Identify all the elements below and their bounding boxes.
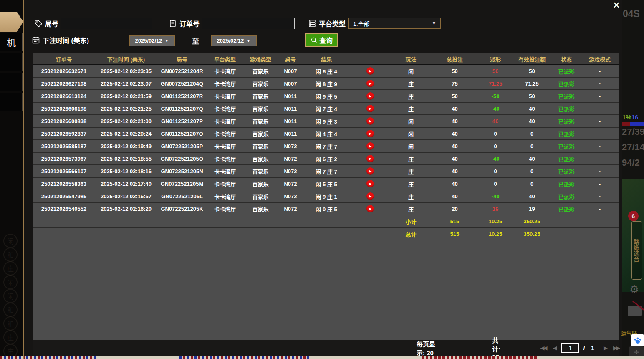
cell-game-mode: - xyxy=(581,127,619,140)
ghost-roadmap-bead: 庄 xyxy=(3,261,18,276)
gear-icon[interactable]: ⚙ xyxy=(629,283,639,296)
cell-replay: ▶ xyxy=(349,77,391,90)
subtotal-spacer xyxy=(207,215,243,228)
cell-game-mode: - xyxy=(581,77,619,90)
cell-status: 已派彩 xyxy=(552,115,581,127)
cell-status: 已派彩 xyxy=(552,127,581,140)
cell-total-bet: 40 xyxy=(431,152,479,165)
cell-status: 已派彩 xyxy=(552,77,581,90)
replay-play-icon[interactable]: ▶ xyxy=(366,192,374,200)
cell-round-number: GN0072521204R xyxy=(157,65,207,77)
banker-percent: 16 xyxy=(631,114,639,121)
cell-replay: ▶ xyxy=(349,140,391,152)
prev-page-icon[interactable]: ◀ xyxy=(553,345,556,351)
replay-play-icon[interactable]: ▶ xyxy=(366,180,374,187)
cell-result: 闲 4 庄 4 xyxy=(303,127,349,140)
cell-result: 闲 8 庄 9 xyxy=(303,77,349,90)
cell-result: 闲 7 庄 4 xyxy=(303,102,349,115)
cell-bet-time: 2025-02-12 02:16:57 xyxy=(95,190,157,202)
cell-payout: 0 xyxy=(479,127,512,140)
column-header-9: 总投注 xyxy=(431,53,479,65)
order-filter-label: 订单号 xyxy=(179,18,200,28)
sidebar-tab-active[interactable] xyxy=(0,12,23,32)
cell-order-number: 250212026613124 xyxy=(33,90,95,102)
close-icon[interactable]: ✕ xyxy=(610,0,623,11)
cell-status: 已派彩 xyxy=(552,90,581,102)
subtotal-row: 小计51510.25350.25 xyxy=(33,215,619,228)
first-page-icon[interactable]: ◀◀ xyxy=(540,345,546,351)
total-spacer xyxy=(207,228,243,240)
replay-play-icon[interactable]: ▶ xyxy=(366,167,374,175)
bet-time-filter-group: 下注时间 (美东) xyxy=(32,35,89,45)
cell-valid-bet: 0 xyxy=(512,165,552,177)
cell-game-mode: - xyxy=(581,165,619,177)
cell-platform: 卡卡湾厅 xyxy=(207,65,243,77)
subtotal-spacer xyxy=(157,215,207,228)
paw-app-icon[interactable] xyxy=(631,334,644,346)
bet-history-table: 订单号下注时间 (美东)局号平台类型游戏类型桌号结果玩法总投注派彩有效投注额状态… xyxy=(33,53,619,340)
cell-game-type: 百家乐 xyxy=(243,127,278,140)
replay-play-icon[interactable]: ▶ xyxy=(366,117,374,125)
cell-replay: ▶ xyxy=(349,90,391,102)
last-page-icon[interactable]: ▶▶ xyxy=(613,345,619,351)
sidebar-tab-4[interactable] xyxy=(0,73,23,91)
cell-valid-bet: 71.25 xyxy=(512,77,552,90)
cell-bet-time: 2025-02-12 02:20:24 xyxy=(95,127,157,140)
subtotal-spacer xyxy=(349,215,391,228)
next-page-icon[interactable]: ▶ xyxy=(604,345,606,351)
cell-game-type: 百家乐 xyxy=(243,102,278,115)
cell-play-type: 庄 xyxy=(391,77,431,90)
total-spacer xyxy=(278,228,303,240)
cell-platform: 卡卡湾厅 xyxy=(207,127,243,140)
table-row: 2502120266131242025-02-12 02:21:59GN0112… xyxy=(33,90,619,102)
cell-round-number: GN0722521205M xyxy=(157,177,207,190)
replay-play-icon[interactable]: ▶ xyxy=(366,205,374,212)
replay-play-icon[interactable]: ▶ xyxy=(366,80,374,87)
ghost-roadmap-bead: 和 xyxy=(3,303,18,317)
cell-game-type: 百家乐 xyxy=(243,165,278,177)
cell-order-number: 250212026606198 xyxy=(33,102,95,115)
cell-replay: ▶ xyxy=(349,65,391,77)
background-bet-percentages: 1%16 xyxy=(622,114,638,121)
cell-round-number: GN0722521205N xyxy=(157,165,207,177)
cell-round-number: GN0112521207Q xyxy=(157,102,207,115)
round-input[interactable] xyxy=(61,18,152,29)
cell-play-type: 庄 xyxy=(391,90,431,102)
table-row: 2502120265583632025-02-12 02:17:40GN0722… xyxy=(33,177,619,190)
background-bigroad-strip xyxy=(0,356,644,359)
replay-play-icon[interactable]: ▶ xyxy=(366,142,374,150)
cell-game-type: 百家乐 xyxy=(243,202,278,215)
search-button[interactable]: 查询 xyxy=(306,34,337,46)
cell-platform: 卡卡湾厅 xyxy=(207,90,243,102)
cell-status: 已派彩 xyxy=(552,177,581,190)
platform-select[interactable]: 1.全部 ▼ xyxy=(348,18,441,29)
column-header-4: 游戏类型 xyxy=(243,53,278,65)
cell-bet-time: 2025-02-12 02:23:07 xyxy=(95,77,157,90)
replay-play-icon[interactable]: ▶ xyxy=(366,130,374,137)
cell-result: 闲 9 庄 1 xyxy=(303,190,349,202)
order-input[interactable] xyxy=(202,18,295,29)
replay-play-icon[interactable]: ▶ xyxy=(366,67,374,75)
page-number-input[interactable] xyxy=(561,343,579,353)
date-from-button[interactable]: 2025/02/12 ▼ xyxy=(129,35,175,46)
table-row: 2502120265928372025-02-12 02:20:24GN0112… xyxy=(33,127,619,140)
date-to-button[interactable]: 2025/02/12 ▼ xyxy=(211,35,257,46)
sidebar-tab-machine[interactable]: 机 xyxy=(0,33,23,51)
calendar-icon xyxy=(32,36,40,44)
sidebar-tab-5[interactable] xyxy=(0,93,23,111)
cell-replay: ▶ xyxy=(349,127,391,140)
cell-result: 闲 7 庄 7 xyxy=(303,140,349,152)
chat-disabled-icon[interactable] xyxy=(628,306,642,316)
replay-play-icon[interactable]: ▶ xyxy=(366,92,374,100)
cell-platform: 卡卡湾厅 xyxy=(207,115,243,127)
subtotal-valid-bet: 350.25 xyxy=(512,215,552,228)
roadmap-table-select-tab[interactable]: 路纸选台 xyxy=(631,221,642,280)
replay-play-icon[interactable]: ▶ xyxy=(366,155,374,162)
cell-play-type: 庄 xyxy=(391,102,431,115)
total-row: 总计51510.25350.25 xyxy=(33,228,619,240)
cell-replay: ▶ xyxy=(349,190,391,202)
replay-play-icon[interactable]: ▶ xyxy=(366,105,374,112)
cell-total-bet: 40 xyxy=(431,165,479,177)
background-stat-3: 94/2 xyxy=(622,157,640,168)
sidebar-tab-3[interactable] xyxy=(0,53,23,71)
